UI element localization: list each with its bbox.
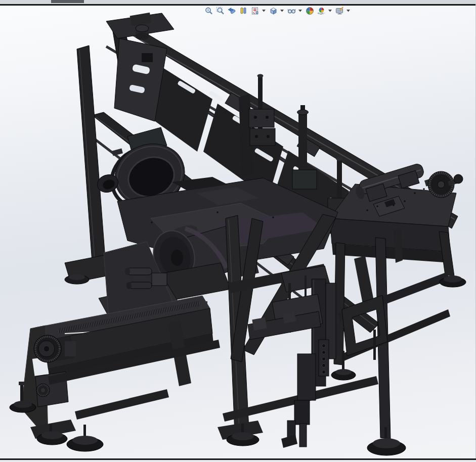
apply-scene-dropdown[interactable]: [327, 6, 333, 16]
view-orientation-dropdown[interactable]: [261, 6, 267, 16]
chevron-down-icon: [347, 10, 350, 12]
apply-scene-icon: [317, 7, 326, 15]
previous-view-button[interactable]: [227, 6, 237, 16]
zoom-to-fit-icon: [204, 7, 213, 15]
hide-show-items-dropdown[interactable]: [297, 6, 303, 16]
apply-scene-button[interactable]: [316, 6, 327, 16]
graphics-viewport[interactable]: [0, 0, 476, 462]
hide-show-items-icon: [287, 7, 296, 15]
view-settings-dropdown[interactable]: [345, 6, 351, 16]
view-settings-icon: [335, 7, 344, 15]
display-style-button[interactable]: [268, 6, 279, 16]
hide-show-items-button[interactable]: [286, 6, 297, 16]
display-style-dropdown[interactable]: [279, 6, 285, 16]
view-orientation-button[interactable]: [250, 6, 261, 16]
edit-appearance-icon: [306, 7, 314, 15]
window-bottom-strip: [0, 460, 476, 462]
zoom-to-area-button[interactable]: [215, 6, 226, 16]
zoom-to-fit-button[interactable]: [203, 6, 214, 16]
chevron-down-icon: [298, 10, 302, 12]
display-style-icon: [269, 7, 278, 15]
manipulator[interactable]: [248, 266, 336, 448]
edit-appearance-button[interactable]: [305, 6, 315, 16]
chevron-down-icon: [262, 10, 266, 12]
window-top-strip: [0, 0, 476, 4]
zoom-to-area-icon: [216, 7, 225, 15]
heads-up-toolbar: [203, 5, 352, 16]
view-orientation-icon: [251, 7, 259, 15]
chevron-down-icon: [280, 10, 284, 12]
panel-splitter-handle[interactable]: [51, 0, 84, 3]
cad-assembly-model[interactable]: [0, 0, 476, 462]
section-view-button[interactable]: [238, 6, 249, 16]
cad-window: [0, 0, 476, 462]
previous-view-icon: [228, 7, 236, 15]
chevron-down-icon: [328, 10, 332, 12]
bed-gear-pulley[interactable]: [34, 335, 76, 362]
section-view-icon: [239, 7, 248, 15]
view-settings-button[interactable]: [334, 6, 345, 16]
bed-knob[interactable]: [36, 384, 50, 397]
